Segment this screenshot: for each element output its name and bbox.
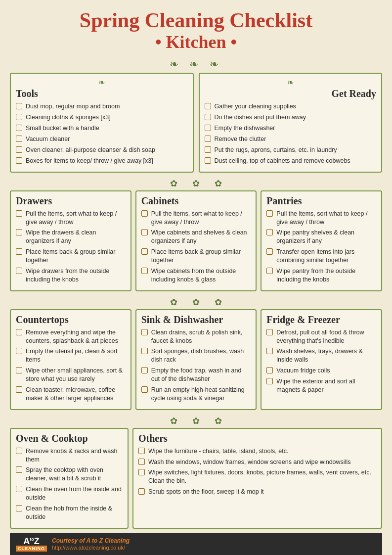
others-item-4: Scrub spots on the floor, sweep it & mop…: [138, 488, 376, 496]
checkbox-pan-3[interactable]: [266, 248, 273, 255]
checkbox-tools-2[interactable]: [16, 114, 22, 120]
countertops-item-1: Remove everything and wipe the counters,…: [16, 328, 126, 345]
checkbox-ff-1[interactable]: [266, 329, 273, 335]
get-ready-box: ❧ Get Ready Gather your cleaning supplie…: [199, 73, 383, 172]
row-decor-1: ✿ ✿ ✿: [10, 178, 382, 189]
drawers-item-1: Pull the items, sort what to keep / give…: [16, 210, 126, 227]
cabinets-item-4: Wipe cabinets from the outside including…: [141, 267, 251, 284]
checkbox-gr-3[interactable]: [205, 125, 211, 131]
row-decor-2: ✿ ✿ ✿: [10, 297, 382, 308]
get-ready-title: Get Ready: [205, 88, 377, 99]
middle-section: Drawers Pull the items, sort what to kee…: [10, 190, 382, 291]
fridge-freezer-box: Fridge & Freezer Defrost, pull out all f…: [261, 309, 382, 410]
checkbox-gr-2[interactable]: [205, 114, 211, 120]
tools-item-6: Boxes for items to keep/ throw / give aw…: [16, 157, 188, 165]
tools-box: ❧ Tools Dust mop, regular mop and broom …: [10, 73, 194, 172]
get-ready-item-3: Empty the dishwasher: [205, 124, 377, 133]
checkbox-oth-4[interactable]: [138, 488, 145, 495]
title-section: Spring Cleaning Checklist • Kitchen •: [10, 9, 382, 53]
subtitle: • Kitchen •: [10, 32, 382, 53]
checkbox-ct-3[interactable]: [16, 367, 22, 373]
checkbox-ct-2[interactable]: [16, 348, 22, 354]
floral-3: ✿: [215, 178, 222, 189]
checkbox-tools-1[interactable]: [16, 103, 22, 109]
checkbox-tools-4[interactable]: [16, 136, 22, 142]
checkbox-cab-1[interactable]: [141, 210, 148, 217]
main-title: Spring Cleaning Checklist: [10, 9, 382, 32]
footer-logo: AtoZ CLEANING: [16, 537, 47, 552]
cabinets-item-2: Wipe cabinets and shelves & clean organi…: [141, 229, 251, 245]
checkbox-oc-1[interactable]: [16, 448, 22, 454]
fridge-item-4: Wipe the exterior and sort all magnets &…: [266, 377, 376, 394]
checkbox-dr-2[interactable]: [16, 229, 22, 235]
checkbox-cab-3[interactable]: [141, 248, 148, 255]
logo-az: AtoZ: [23, 537, 40, 546]
cabinets-item-1: Pull the items, sort what to keep / give…: [141, 210, 251, 227]
others-box: Others Wipe the furniture - chairs, tabl…: [132, 428, 382, 529]
cabinets-box: Cabinets Pull the items, sort what to ke…: [135, 190, 257, 291]
page: Spring Cleaning Checklist • Kitchen • ❧ …: [0, 0, 392, 555]
oven-item-3: Clean the oven from the inside and outsi…: [16, 485, 123, 502]
last-section: Oven & Cooktop Remove knobs & racks and …: [10, 428, 382, 529]
pantries-item-4: Wipe pantry from the outside including t…: [266, 267, 376, 284]
checkbox-dr-4[interactable]: [16, 268, 22, 274]
get-ready-item-5: Put the rugs, aprons, curtains, etc. in …: [205, 146, 377, 154]
checkbox-tools-6[interactable]: [16, 157, 22, 164]
floral-7: ✿: [170, 416, 177, 426]
checkbox-oth-2[interactable]: [138, 459, 145, 465]
fridge-item-3: Vacuum fridge coils: [266, 367, 376, 375]
checkbox-ct-4[interactable]: [16, 386, 22, 393]
countertops-item-2: Empty the utensil jar, clean & sort item…: [16, 347, 126, 364]
checkbox-cab-4[interactable]: [141, 268, 148, 274]
pantries-item-1: Pull the items, sort what to keep / give…: [266, 210, 376, 227]
checkbox-oc-3[interactable]: [16, 486, 22, 492]
checkbox-tools-3[interactable]: [16, 125, 22, 131]
checkbox-gr-5[interactable]: [205, 146, 211, 153]
checkbox-oc-4[interactable]: [16, 505, 22, 511]
checkbox-oth-3[interactable]: [138, 469, 145, 475]
checkbox-gr-6[interactable]: [205, 157, 211, 164]
checkbox-sd-3[interactable]: [141, 367, 148, 373]
oven-item-1: Remove knobs & racks and wash them: [16, 447, 123, 464]
checkbox-ff-4[interactable]: [266, 378, 273, 384]
checkbox-ff-3[interactable]: [266, 367, 273, 373]
drawers-item-3: Place items back & group similar togethe…: [16, 248, 126, 265]
sink-item-3: Empty the food trap, wash in and out of …: [141, 367, 251, 383]
checkbox-gr-1[interactable]: [205, 103, 211, 109]
oven-cooktop-box: Oven & Cooktop Remove knobs & racks and …: [10, 428, 129, 529]
drawers-item-4: Wipe drawers from the outside including …: [16, 267, 126, 284]
checkbox-ff-2[interactable]: [266, 348, 273, 354]
tools-item-4: Vacuum cleaner: [16, 135, 188, 143]
oven-cooktop-title: Oven & Cooktop: [16, 433, 123, 444]
checkbox-oth-1[interactable]: [138, 448, 145, 454]
checkbox-dr-3[interactable]: [16, 248, 22, 255]
checkbox-cab-2[interactable]: [141, 229, 148, 235]
top-divider: ❧ ❧ ❧: [10, 58, 382, 71]
tools-item-5: Oven cleaner, all-purpose cleanser & dis…: [16, 146, 188, 154]
drawers-title: Drawers: [16, 195, 126, 207]
tools-item-3: Small bucket with a handle: [16, 124, 188, 133]
floral-6: ✿: [215, 297, 222, 308]
checkbox-pan-4[interactable]: [266, 268, 273, 274]
footer: AtoZ CLEANING Courtesy of A to Z Cleanin…: [10, 533, 382, 555]
checkbox-sd-1[interactable]: [141, 329, 148, 335]
floral-4: ✿: [170, 297, 177, 308]
checkbox-sd-4[interactable]: [141, 386, 148, 393]
checkbox-pan-2[interactable]: [266, 229, 273, 235]
others-item-1: Wipe the furniture - chairs, table, isla…: [138, 447, 376, 456]
checkbox-dr-1[interactable]: [16, 210, 22, 217]
checkbox-oc-2[interactable]: [16, 466, 22, 473]
floral-1: ✿: [170, 178, 177, 189]
checkbox-ct-1[interactable]: [16, 329, 22, 335]
checkbox-gr-4[interactable]: [205, 136, 211, 142]
countertops-box: Countertops Remove everything and wipe t…: [10, 309, 131, 410]
footer-courtesy: Courtesy of A to Z Cleaning: [52, 537, 130, 544]
checkbox-tools-5[interactable]: [16, 146, 22, 153]
footer-text: Courtesy of A to Z Cleaning http://www.a…: [52, 537, 130, 551]
pantries-item-2: Wipe pantry shelves & clean organizers i…: [266, 229, 376, 245]
pantries-item-3: Transfer open items into jars combining …: [266, 248, 376, 265]
checkbox-sd-2[interactable]: [141, 348, 148, 354]
checkbox-pan-1[interactable]: [266, 210, 273, 217]
floral-2: ✿: [192, 178, 200, 189]
sink-item-1: Clean drains, scrub & polish sink, fauce…: [141, 328, 251, 345]
